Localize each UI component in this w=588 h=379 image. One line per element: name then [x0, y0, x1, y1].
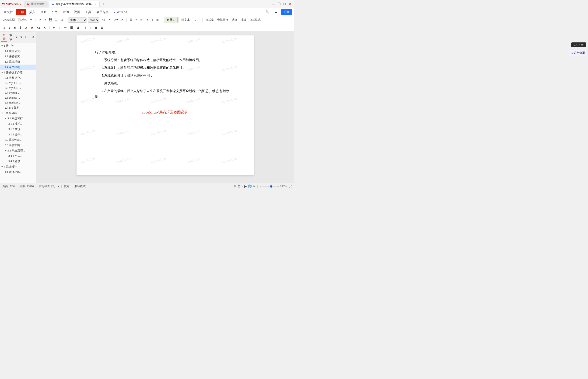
strikethrough-btn[interactable]: S̶ [18, 25, 23, 30]
search-icon-btn[interactable]: 🔍 [263, 9, 271, 15]
toc-collapse-btn[interactable]: ⌃ [198, 18, 201, 22]
border2-btn[interactable]: ⊞ [99, 25, 105, 30]
undo-btn[interactable]: ↩ [37, 17, 42, 22]
border-btn[interactable]: ⊞ [155, 17, 160, 22]
underline-btn[interactable]: U [12, 25, 18, 30]
page-view-icon[interactable]: ⊡ [238, 184, 241, 188]
toc-item-1[interactable]: ▼ 1 绪 论 [0, 43, 36, 48]
minimize-button[interactable]: — [272, 2, 275, 6]
font-color-btn[interactable]: A [24, 25, 29, 30]
toc-item-3-2[interactable]: 3.2 系统性能... [0, 137, 36, 143]
sidebar-refresh-btn[interactable]: ↺ [31, 35, 35, 39]
paste-btn[interactable]: 📋 粘贴 [16, 17, 28, 23]
list-btn[interactable]: ☰ [129, 17, 134, 22]
toc-item-3-1-2[interactable]: 3.1.2 经济... [0, 126, 36, 132]
distributed-btn[interactable]: ⊟ [75, 25, 81, 30]
toc-item-1-1[interactable]: 1.1 项目研究... [0, 48, 36, 54]
toc-item-4[interactable]: ▼ 4 系统设计 [0, 164, 36, 170]
new-tab-button[interactable]: + [101, 1, 106, 7]
toc-item-3-3[interactable]: 3.3 系统功能... [0, 143, 36, 148]
toc-item-3-4-2[interactable]: 3.4.2 登录... [0, 159, 36, 164]
toc-item-3-4-1[interactable]: 3.4.1 个人... [0, 153, 36, 159]
sidebar-tab-chapter[interactable]: 章节 [8, 33, 14, 42]
font-decrease-btn[interactable]: A- [108, 18, 113, 22]
toc-item-4-1[interactable]: 4.1 软件功能... [0, 170, 36, 175]
font-increase-btn[interactable]: A+ [100, 17, 107, 23]
toc-item-1-4[interactable]: 1.4 论文结构 [0, 64, 36, 70]
sidebar-up-btn[interactable]: ▲ [15, 35, 18, 39]
toc-item-2-7[interactable]: 2.7 B/S 架构 [0, 105, 36, 111]
numlist-btn[interactable]: ≡ [134, 17, 138, 22]
superscript-btn[interactable]: X² [42, 25, 48, 30]
sidebar-tab-toc[interactable]: 目录 [1, 33, 7, 42]
clear-format-btn[interactable]: ✕ [120, 17, 125, 22]
align-center-btn[interactable]: ≡ [57, 25, 62, 30]
menu-tools[interactable]: 工具 [83, 9, 94, 15]
highlight-btn[interactable]: A̲ [29, 25, 34, 30]
shading-btn[interactable]: ▦ [93, 25, 99, 30]
font-size-select[interactable]: 小四 [88, 17, 100, 23]
linespace-btn[interactable]: ↕ [151, 17, 154, 22]
toc-expand-btn[interactable]: ⌄ [194, 18, 197, 22]
toc-item-1-2[interactable]: 1.2 课题研究... [0, 54, 36, 59]
status-proofread[interactable]: 校对 [64, 184, 69, 188]
menu-review[interactable]: 审阅 [60, 9, 71, 15]
toc-item-2-1[interactable]: 2.1 大数据介... [0, 75, 36, 81]
toc-item-3-1-3[interactable]: 3.1.3 操作... [0, 132, 36, 137]
outline-view-icon[interactable]: ≡ [241, 185, 243, 188]
font-name-select[interactable]: 宋体 [68, 17, 87, 23]
subscript-btn[interactable]: X₂ [35, 25, 42, 30]
menu-file[interactable]: ≡ 文件 [2, 9, 15, 15]
indent-btn[interactable]: ⇥ [145, 17, 150, 22]
toc-item-2-4[interactable]: 2.4 Python ... [0, 90, 36, 95]
select-btn[interactable]: 选择 [231, 17, 238, 23]
plain-text-btn[interactable]: 纯文本 [179, 17, 193, 23]
tab-doc-close[interactable]: ✕ [95, 3, 97, 5]
tab-doc[interactable]: W django基于大数据的学习资源... ✕ [49, 1, 100, 7]
play-icon[interactable]: ▶ [244, 184, 247, 188]
print-btn[interactable]: 🖨 [54, 17, 59, 22]
sidebar-down-btn[interactable]: ▼ [19, 35, 23, 39]
toc-item-3[interactable]: ▼ 3 系统分析 [0, 111, 36, 116]
menu-view[interactable]: 视图 [72, 9, 82, 15]
find-replace-btn[interactable]: 查找替换 [216, 17, 230, 23]
toc-item-3-4[interactable]: ▼ 3.4 系统流程... [0, 148, 36, 153]
align-right-btn[interactable]: ⇒ [63, 25, 68, 30]
menu-page[interactable]: 页面 [38, 9, 49, 15]
menu-insert[interactable]: 插入 [27, 9, 38, 15]
toc-item-3-1[interactable]: ▼ 3.1 系统可行... [0, 116, 36, 121]
save-btn[interactable]: 💾 [48, 17, 53, 22]
style-set-btn[interactable]: 样式集 [204, 17, 215, 23]
format-brush-btn[interactable]: 🖌 格式刷 [2, 17, 16, 23]
globe-icon[interactable]: 🌐 [248, 184, 252, 188]
toc-item-3-1-1[interactable]: 3.1.1 技术... [0, 121, 36, 126]
cloud-icon-btn[interactable]: ☁ [272, 9, 280, 15]
fullscreen-btn[interactable]: ⛶ [288, 185, 292, 188]
align-justify-btn[interactable]: ☰ [68, 25, 74, 30]
tab-templates[interactable]: W 找稿壳模板 [24, 1, 48, 7]
menu-wpsai[interactable]: ▲WPS AI [111, 9, 129, 15]
arrange-btn[interactable]: 排版 [239, 17, 247, 23]
redo-btn[interactable]: ↪ [42, 17, 47, 22]
cut-btn[interactable]: ✂ [29, 17, 33, 22]
text-dir-btn[interactable]: ↕ [88, 25, 92, 30]
share-button[interactable]: 分享 [281, 9, 292, 15]
toc-item-2[interactable]: ▼ 2 开发技术介绍 [0, 70, 36, 75]
toc3-btn[interactable]: 目录 3 [164, 17, 178, 23]
menu-vip[interactable]: 会员专享 [94, 9, 111, 15]
close-button[interactable]: ✕ [288, 2, 292, 6]
window-icon1[interactable]: ⊡ [283, 2, 286, 6]
bold-btn[interactable]: B [2, 25, 7, 30]
sidebar-minus-btn[interactable]: − [28, 35, 30, 39]
outdent-btn[interactable]: ⇤ [139, 17, 144, 22]
zoom-in-btn[interactable]: + [277, 185, 279, 188]
menu-reference[interactable]: 引用 [49, 9, 60, 15]
italic-btn[interactable]: I [7, 25, 12, 30]
eye-icon[interactable]: 👁 [234, 185, 237, 188]
menu-start[interactable]: 开始 [16, 9, 26, 15]
align-left-btn[interactable]: ⇐ [51, 25, 57, 30]
toc-item-2-3[interactable]: 2.3 MySQL ... [0, 86, 36, 90]
toc-item-2-6[interactable]: 2.6 Hadoop ... [0, 100, 36, 105]
print-preview-btn[interactable]: ⊡ [60, 17, 64, 22]
toc-item-2-5[interactable]: 2.5 Django ... [0, 95, 36, 100]
